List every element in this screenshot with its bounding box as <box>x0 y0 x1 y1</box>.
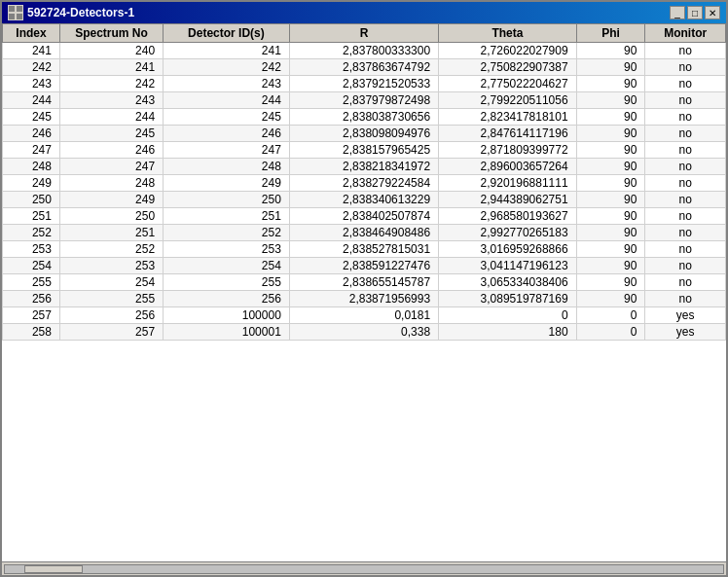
r-cell: 2,838340613229 <box>289 192 438 208</box>
index-cell: 250 <box>3 192 60 208</box>
detector-cell: 100001 <box>164 324 290 341</box>
svg-rect-1 <box>17 6 22 12</box>
theta-cell: 2,847614117196 <box>439 126 577 142</box>
detector-cell: 254 <box>164 258 290 274</box>
phi-cell: 90 <box>576 126 645 142</box>
phi-cell: 90 <box>576 258 645 274</box>
phi-cell: 90 <box>576 159 645 175</box>
scrollbar-track[interactable] <box>4 564 724 574</box>
table-row: 2472462472,8381579654252,87180939977290n… <box>3 142 726 159</box>
monitor-cell: no <box>645 59 726 76</box>
horizontal-scrollbar-area[interactable] <box>2 561 726 575</box>
monitor-cell: no <box>645 126 726 142</box>
r-cell: 2,838402507874 <box>289 208 438 225</box>
r-cell: 2,838591227476 <box>289 258 438 274</box>
spectrum-cell: 240 <box>59 43 163 59</box>
index-cell: 255 <box>3 274 60 291</box>
monitor-cell: no <box>645 43 726 59</box>
phi-cell: 90 <box>576 142 645 159</box>
monitor-cell: no <box>645 291 726 307</box>
spectrum-cell: 246 <box>59 142 163 159</box>
phi-cell: 0 <box>576 324 645 341</box>
phi-cell: 90 <box>576 291 645 307</box>
index-cell: 251 <box>3 208 60 225</box>
table-container[interactable]: Index Spectrum No Detector ID(s) R Theta… <box>2 23 726 561</box>
table-row: 2492482492,8382792245842,92019688111190n… <box>3 175 726 192</box>
detector-cell: 245 <box>164 109 290 126</box>
index-cell: 253 <box>3 241 60 258</box>
detector-cell: 249 <box>164 175 290 192</box>
monitor-cell: no <box>645 225 726 241</box>
theta-cell: 2,968580193627 <box>439 208 577 225</box>
index-cell: 243 <box>3 76 60 92</box>
phi-cell: 90 <box>576 92 645 109</box>
table-row: 2432422432,8379215205332,77502220462790n… <box>3 76 726 92</box>
phi-cell: 90 <box>576 192 645 208</box>
monitor-cell: yes <box>645 307 726 324</box>
table-row: 2502492502,8383406132292,94438906275190n… <box>3 192 726 208</box>
monitor-cell: no <box>645 142 726 159</box>
monitor-cell: yes <box>645 324 726 341</box>
table-row: 2452442452,8380387306562,82341781810190n… <box>3 109 726 126</box>
index-cell: 248 <box>3 159 60 175</box>
r-cell: 0,338 <box>289 324 438 341</box>
phi-cell: 90 <box>576 175 645 192</box>
r-cell: 2,838655145787 <box>289 274 438 291</box>
table-row: 2532522532,8385278150313,01695926886690n… <box>3 241 726 258</box>
spectrum-cell: 241 <box>59 59 163 76</box>
col-header-monitor: Monitor <box>645 24 726 43</box>
main-window: 592724-Detectors-1 _ □ ✕ Index Spectrum … <box>0 0 728 577</box>
monitor-cell: no <box>645 175 726 192</box>
table-row: 2412402412,8378003333002,72602202790990n… <box>3 43 726 59</box>
spectrum-cell: 256 <box>59 307 163 324</box>
maximize-button[interactable]: □ <box>687 6 703 19</box>
r-cell: 2,83871956993 <box>289 291 438 307</box>
index-cell: 256 <box>3 291 60 307</box>
phi-cell: 90 <box>576 241 645 258</box>
table-row: 2582571000010,3381800yes <box>3 324 726 341</box>
title-bar-left: 592724-Detectors-1 <box>8 5 134 20</box>
detector-cell: 248 <box>164 159 290 175</box>
table-header-row: Index Spectrum No Detector ID(s) R Theta… <box>3 24 726 43</box>
detector-cell: 100000 <box>164 307 290 324</box>
spectrum-cell: 251 <box>59 225 163 241</box>
table-row: 2482472482,8382183419722,89600365726490n… <box>3 159 726 175</box>
detector-cell: 241 <box>164 43 290 59</box>
minimize-button[interactable]: _ <box>670 6 685 19</box>
detector-cell: 247 <box>164 142 290 159</box>
theta-cell: 2,823417818101 <box>439 109 577 126</box>
theta-cell: 2,775022204627 <box>439 76 577 92</box>
monitor-cell: no <box>645 208 726 225</box>
spectrum-cell: 253 <box>59 258 163 274</box>
r-cell: 2,837800333300 <box>289 43 438 59</box>
spectrum-cell: 255 <box>59 291 163 307</box>
r-cell: 2,837921520533 <box>289 76 438 92</box>
index-cell: 247 <box>3 142 60 159</box>
col-header-index: Index <box>3 24 60 43</box>
index-cell: 252 <box>3 225 60 241</box>
scrollbar-thumb[interactable] <box>24 565 83 573</box>
monitor-cell: no <box>645 241 726 258</box>
table-row: 2442432442,8379798724982,79922051105690n… <box>3 92 726 109</box>
monitor-cell: no <box>645 258 726 274</box>
spectrum-cell: 252 <box>59 241 163 258</box>
detector-cell: 255 <box>164 274 290 291</box>
table-row: 2422412422,8378636747922,75082290738790n… <box>3 59 726 76</box>
index-cell: 244 <box>3 92 60 109</box>
detector-cell: 253 <box>164 241 290 258</box>
detectors-table: Index Spectrum No Detector ID(s) R Theta… <box>2 23 726 341</box>
theta-cell: 3,016959268866 <box>439 241 577 258</box>
detector-cell: 251 <box>164 208 290 225</box>
index-cell: 241 <box>3 43 60 59</box>
monitor-cell: no <box>645 274 726 291</box>
svg-rect-2 <box>9 14 15 19</box>
detector-cell: 256 <box>164 291 290 307</box>
phi-cell: 90 <box>576 59 645 76</box>
table-row: 2462452462,8380980949762,84761411719690n… <box>3 126 726 142</box>
r-cell: 2,838464908486 <box>289 225 438 241</box>
index-cell: 242 <box>3 59 60 76</box>
theta-cell: 3,041147196123 <box>439 258 577 274</box>
r-cell: 2,837979872498 <box>289 92 438 109</box>
title-bar: 592724-Detectors-1 _ □ ✕ <box>2 2 726 23</box>
close-button[interactable]: ✕ <box>705 6 720 19</box>
